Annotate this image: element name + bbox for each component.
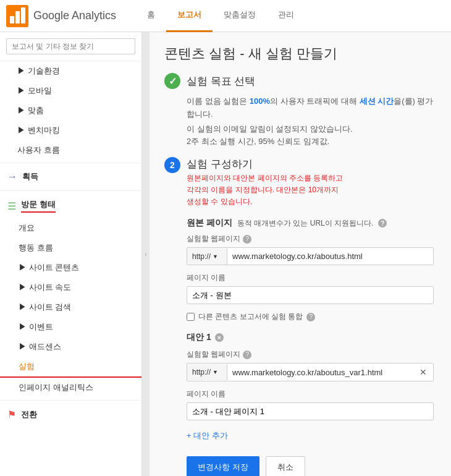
step1-desc3: 2주 최소 실행 시간, 95% 신뢰도 임계값. — [164, 136, 436, 147]
nav-tab-reports[interactable]: 보고서 — [166, 0, 213, 32]
sidebar-sub-item-site-search[interactable]: ▶ 사이트 검색 — [0, 297, 141, 317]
step2-number-icon: 2 — [164, 157, 180, 173]
alt1-page-name-input[interactable] — [187, 402, 434, 420]
sidebar-search-input[interactable] — [6, 38, 135, 54]
sidebar-sub-item-overview[interactable]: 개요 — [0, 218, 141, 238]
original-page-name-label: 페이지 이름 — [187, 273, 436, 283]
sidebar: ▶ 기술환경 ▶ 모바일 ▶ 맞춤 ▶ 벤치마킹 사용자 흐름 → 획득 ☰ 방… — [0, 32, 142, 476]
integrate-checkbox[interactable] — [187, 313, 195, 321]
integrate-checkbox-row: 다른 콘텐츠 보고서에 실험 통합 ? — [187, 312, 436, 322]
alt1-header: 대안 1 × — [187, 332, 436, 343]
original-url-label: 실험할 웹페이지 ? — [187, 234, 436, 244]
alt1-url-input[interactable] — [227, 364, 413, 381]
form-section: 원본 페이지 동적 매개변수가 있는 URL이 지원됩니다. ? 실험할 웹페이… — [164, 218, 436, 476]
original-url-input-group: http:// ▼ — [187, 247, 434, 265]
google-analytics-logo-icon — [6, 5, 28, 27]
logo-text: Google Analytics — [33, 9, 116, 22]
behavior-icon: ☰ — [7, 200, 16, 212]
nav-tab-manage[interactable]: 관리 — [267, 0, 305, 32]
sidebar-section-conversion[interactable]: ⚑ 전환 — [0, 403, 141, 426]
alt1-url-protocol[interactable]: http:// ▼ — [187, 364, 227, 380]
nav-tab-customize[interactable]: 맞춤설정 — [213, 0, 267, 32]
alt1-url-input-group: http:// ▼ ✕ — [187, 363, 434, 381]
step2-note: 원본페이지와 대안본 페이지의 주소를 등록하고각각의 이름을 지정합니다. 대… — [187, 172, 343, 208]
alt1-page-name-label: 페이지 이름 — [187, 389, 436, 399]
logo-area: Google Analytics — [6, 5, 124, 27]
svg-rect-2 — [15, 11, 20, 23]
sidebar-section-acquisition[interactable]: → 획득 — [0, 166, 141, 188]
original-section-help-icon[interactable]: ? — [378, 219, 387, 227]
alt1-url-clear-icon[interactable]: ✕ — [413, 363, 433, 381]
sidebar-sub-item-site-content[interactable]: ▶ 사이트 콘텐츠 — [0, 258, 141, 278]
sidebar-sub-item-experiment[interactable]: 실험 — [0, 357, 141, 378]
sidebar-sub-item-events[interactable]: ▶ 이벤트 — [0, 317, 141, 337]
svg-rect-1 — [10, 16, 14, 23]
header: Google Analytics 홈 보고서 맞춤설정 관리 — [0, 0, 451, 32]
sidebar-sub-item-site-speed[interactable]: ▶ 사이트 속도 — [0, 278, 141, 297]
step2-header: 2 실험 구성하기 원본페이지와 대안본 페이지의 주소를 등록하고각각의 이름… — [164, 157, 436, 208]
sidebar-search-container — [0, 32, 141, 61]
alt1-protocol-chevron-icon: ▼ — [213, 369, 218, 375]
cancel-button[interactable]: 취소 — [266, 456, 305, 476]
step1-desc2: 이 실험의 이메일 알림이 설정되지 않았습니다. — [164, 124, 436, 135]
acquisition-icon: → — [7, 171, 17, 182]
sidebar-item-technology[interactable]: ▶ 기술환경 — [0, 61, 141, 81]
sidebar-item-user-flow[interactable]: 사용자 흐름 — [0, 140, 141, 160]
save-button[interactable]: 변경사항 저장 — [187, 456, 259, 476]
step1-header: ✓ 실험 목표 선택 — [164, 73, 436, 89]
original-url-input[interactable] — [227, 248, 433, 265]
alt1-url-label: 실험할 웹페이지 ? — [187, 349, 436, 360]
sidebar-sub-item-behavior-flow[interactable]: 행동 흐름 — [0, 238, 141, 258]
main-content: 콘텐츠 실험 - 새 실험 만들기 ✓ 실험 목표 선택 이름 없음 실험은 1… — [150, 32, 451, 476]
protocol-chevron-icon: ▼ — [213, 253, 218, 260]
original-page-name-input[interactable] — [187, 286, 434, 304]
action-buttons: 변경사항 저장 취소 — [187, 456, 436, 476]
sidebar-section-behavior[interactable]: ☰ 방문 형태 — [0, 193, 141, 218]
sidebar-item-mobile[interactable]: ▶ 모바일 — [0, 81, 141, 101]
add-alt-link[interactable]: + 대안 추가 — [187, 430, 228, 441]
sidebar-item-benchmarking[interactable]: ▶ 벤치마킹 — [0, 121, 141, 140]
nav-tab-home[interactable]: 홈 — [136, 0, 166, 32]
integrate-help-icon[interactable]: ? — [306, 313, 315, 321]
sidebar-toggle[interactable]: ‹ — [142, 32, 150, 476]
sidebar-item-custom[interactable]: ▶ 맞춤 — [0, 101, 141, 121]
svg-rect-3 — [21, 7, 25, 23]
original-url-protocol[interactable]: http:// ▼ — [187, 249, 227, 265]
original-page-name-field: 페이지 이름 — [187, 273, 436, 304]
step1-label: 실험 목표 선택 — [187, 74, 255, 88]
alt1-remove-icon[interactable]: × — [215, 333, 224, 342]
page-title: 콘텐츠 실험 - 새 실험 만들기 — [164, 45, 436, 63]
original-url-field: 실험할 웹페이지 ? http:// ▼ — [187, 234, 436, 265]
sidebar-sub-item-adsense[interactable]: ▶ 애드센스 — [0, 337, 141, 357]
step1-desc: 이름 없음 실험은 100%의 사용자 트래픽에 대해 세션 시간을(를) 평가… — [164, 95, 436, 121]
step1-check-icon: ✓ — [164, 73, 180, 89]
url-help-icon[interactable]: ? — [243, 235, 251, 244]
alt1-section: 대안 1 × 실험할 웹페이지 ? http:// ▼ — [187, 332, 436, 420]
conversion-icon: ⚑ — [7, 409, 16, 420]
alt1-url-help-icon[interactable]: ? — [243, 351, 251, 359]
original-section-title: 원본 페이지 동적 매개변수가 있는 URL이 지원됩니다. ? — [187, 218, 436, 229]
main-nav: 홈 보고서 맞춤설정 관리 — [136, 0, 305, 32]
alt1-page-name-field: 페이지 이름 — [187, 389, 436, 420]
step2-label: 실험 구성하기 — [187, 157, 343, 171]
sidebar-sub-item-inpage[interactable]: 인페이지 애널리틱스 — [0, 378, 141, 397]
alt1-url-field: 실험할 웹페이지 ? http:// ▼ ✕ — [187, 349, 436, 381]
